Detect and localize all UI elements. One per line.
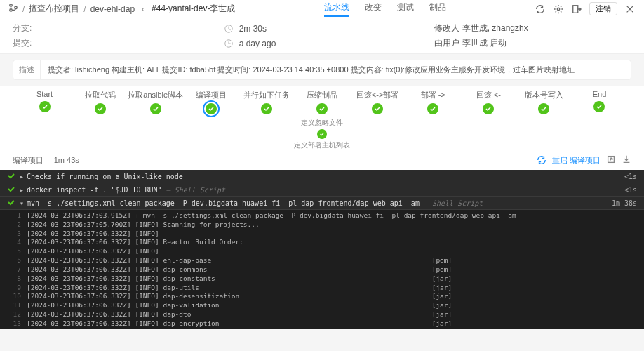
log-step-cmd: Checks if running on a Unix-like node (27, 173, 617, 180)
info-branch-value: — (43, 24, 52, 34)
refresh-icon[interactable] (535, 4, 546, 15)
info-user: 由用户 李世成 启动 (434, 37, 507, 49)
log-lines[interactable]: 1[2024-03-23T06:37:03.915Z] + mvn -s ./s… (0, 210, 644, 329)
log-line: 11[2024-03-23T06:37:06.332Z] [INFO] dap-… (0, 301, 644, 310)
stage-label: 拉取ansible脚本 (128, 90, 183, 100)
log-step-duration: 1m 38s (605, 199, 637, 207)
line-number: 6 (6, 256, 21, 265)
breadcrumb-branch[interactable]: dev-ehl-dap (90, 4, 135, 14)
pipeline-stage[interactable]: 并行如下任务 (239, 90, 294, 114)
pipeline-stage[interactable]: 回滚<->部署 (350, 90, 405, 114)
step-restart-link[interactable]: 重启 编译项目 (552, 155, 601, 166)
line-number: 1 (6, 211, 21, 220)
gear-icon[interactable] (553, 4, 564, 15)
sub-stage-column: 定义忽略文件定义部署主机列表 (294, 118, 350, 150)
stage-success-icon (95, 103, 106, 114)
line-number: 3 (6, 230, 21, 239)
sub-stage-icon (317, 129, 327, 139)
logout-button[interactable]: 注销 (589, 2, 617, 15)
tab-tests[interactable]: 测试 (397, 1, 414, 17)
log-line: 9[2024-03-23T06:37:06.332Z] [INFO] dap-u… (0, 284, 644, 293)
stage-label: Start (36, 90, 53, 98)
step-title-text: 编译项目 - (13, 155, 48, 166)
log-step-row[interactable]: ▾mvn -s ./settings.xml clean package -P … (0, 197, 644, 210)
commit-text: 提交者: lishicheng 构建主机: ALL 提交ID: fdba5bf … (41, 60, 582, 79)
pipeline-stage[interactable]: 部署 -> (405, 90, 461, 114)
pipeline-stage[interactable]: 压缩制品 (294, 90, 349, 114)
log-line: 5[2024-03-23T06:37:06.332Z] [INFO] (0, 247, 644, 256)
log-step-note: — Shell Script (162, 186, 225, 194)
line-number: 7 (6, 265, 21, 274)
log-line: 14[2024-03-23T06:37:06.332Z] [INFO] dap-… (0, 329, 644, 329)
log-line: 7[2024-03-23T06:37:06.332Z] [INFO] dap-c… (0, 265, 644, 274)
commit-tab-label: 描述 (13, 60, 41, 79)
line-number: 5 (6, 247, 21, 256)
log-area: ▸Checks if running on a Unix-like node<1… (0, 170, 644, 329)
line-number: 4 (6, 238, 21, 247)
info-panel: 分支: — 2m 30s 修改人 李世成, zhangzhx 提交: — a d… (0, 18, 644, 54)
info-commit-value: — (43, 39, 52, 48)
line-text: [2024-03-23T06:37:06.332Z] [INFO] ------… (27, 230, 452, 239)
log-line: 6[2024-03-23T06:37:06.332Z] [INFO] ehl-d… (0, 256, 644, 265)
step-refresh-icon[interactable] (537, 155, 546, 165)
stage-label: 压缩制品 (307, 90, 337, 100)
line-text: [2024-03-23T06:37:06.332Z] [INFO] ehl-da… (27, 256, 452, 265)
pipeline-stage[interactable]: 拉取ansible脚本 (128, 90, 183, 114)
line-number: 12 (6, 310, 21, 319)
log-line: 3[2024-03-23T06:37:06.332Z] [INFO] -----… (0, 230, 644, 239)
pipeline-stage[interactable]: 编译项目 (183, 90, 239, 114)
tab-pipeline[interactable]: 流水线 (324, 1, 349, 17)
stage-success-icon (261, 103, 272, 114)
chevron-left-icon[interactable]: ‹ (142, 4, 145, 14)
log-line: 4[2024-03-23T06:37:06.332Z] [INFO] React… (0, 238, 644, 247)
tab-changes[interactable]: 改变 (365, 1, 382, 17)
exit-icon[interactable] (571, 4, 582, 15)
stage-success-icon (206, 103, 217, 114)
log-step-cmd: docker inspect -f . "$JD_TO_RUN" — Shell… (27, 186, 617, 194)
stage-success-icon (39, 101, 51, 112)
pipeline-stage[interactable]: Start (17, 90, 72, 112)
chevron-right-icon: ▾ (20, 199, 27, 207)
info-commit-label: 提交: (13, 37, 38, 49)
breadcrumb-build: #44-yantai-dev-李世成 (152, 3, 235, 15)
stage-label: 版本号写入 (525, 90, 563, 100)
breadcrumb-project[interactable]: 擅查布控项目 (29, 3, 79, 15)
chevron-right-icon: ▸ (20, 186, 27, 194)
info-duration: 2m 30s (239, 24, 267, 34)
stage-success-icon (427, 103, 438, 114)
pipeline-stage[interactable]: End (572, 90, 627, 112)
svg-rect-4 (573, 5, 578, 13)
line-text: [2024-03-23T06:37:06.332Z] [INFO] dap-co… (27, 265, 452, 274)
stage-label: 拉取代码 (85, 90, 116, 100)
line-text: [2024-03-23T06:37:03.915Z] + mvn -s ./se… (27, 211, 516, 220)
stage-success-icon (593, 101, 605, 112)
pipeline-stage[interactable]: 版本号写入 (516, 90, 572, 114)
log-step-row[interactable]: ▸Checks if running on a Unix-like node<1… (0, 170, 644, 183)
log-step-duration: <1s (617, 186, 637, 194)
chevron-right-icon: ▸ (20, 173, 27, 180)
log-line: 13[2024-03-23T06:37:06.332Z] [INFO] dap-… (0, 319, 644, 329)
line-text: [2024-03-23T06:37:05.700Z] [INFO] Scanni… (27, 220, 260, 230)
log-step-duration: <1s (617, 173, 637, 180)
line-text: [2024-03-23T06:37:06.332Z] [INFO] dap-en… (27, 319, 452, 329)
close-icon[interactable] (624, 4, 636, 15)
log-step-row[interactable]: ▸docker inspect -f . "$JD_TO_RUN" — Shel… (0, 183, 644, 197)
topnav-right: 注销 (535, 2, 636, 15)
log-step-note: — Shell Script (420, 199, 483, 207)
pipeline-stage[interactable]: 拉取代码 (72, 90, 128, 114)
pipeline-stage[interactable]: 回滚 <- (461, 90, 516, 114)
check-icon (7, 171, 17, 181)
breadcrumb: / 擅查布控项目 / dev-ehl-dap ‹ #44-yantai-dev-… (8, 3, 235, 15)
download-icon[interactable] (622, 154, 631, 166)
log-line: 2[2024-03-23T06:37:05.700Z] [INFO] Scann… (0, 220, 644, 230)
log-step-cmd: mvn -s ./settings.xml clean package -P d… (27, 199, 605, 207)
line-text: [2024-03-23T06:37:06.332Z] [INFO] dap-de… (27, 292, 452, 301)
sub-stage-bottom: 定义部署主机列表 (294, 140, 350, 150)
log-line: 12[2024-03-23T06:37:06.332Z] [INFO] dap-… (0, 310, 644, 319)
log-line: 8[2024-03-23T06:37:06.332Z] [INFO] dap-c… (0, 274, 644, 284)
tab-artifacts[interactable]: 制品 (429, 1, 446, 17)
stage-success-icon (150, 103, 161, 114)
line-text: [2024-03-23T06:37:06.332Z] [INFO] Reacto… (27, 238, 243, 247)
external-link-icon[interactable] (606, 154, 616, 166)
check-icon (7, 198, 17, 208)
